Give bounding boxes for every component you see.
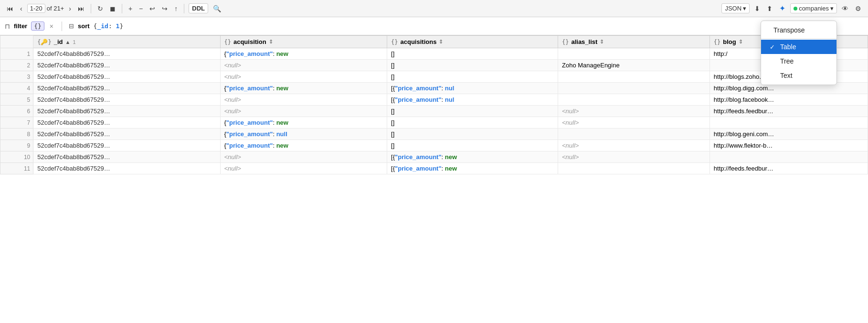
table-header: {🔑} _id ▲ 1 {} acquisition ⇕ {} <box>0 36 868 48</box>
col-header-alias-list[interactable]: {} alias_list ⇕ <box>558 36 709 48</box>
table-wrapper: {🔑} _id ▲ 1 {} acquisition ⇕ {} <box>0 35 868 323</box>
redo-button[interactable]: ↪ <box>160 4 169 13</box>
blog-cell <box>709 151 868 163</box>
alias-list-cell: <null> <box>558 106 709 117</box>
acquisitions-cell: [] <box>387 140 558 151</box>
search-button[interactable]: 🔍 <box>211 4 223 13</box>
prev-page-button[interactable]: ‹ <box>18 4 24 13</box>
alias-list-cell <box>558 71 709 83</box>
table-menu-item[interactable]: ✓ Table <box>761 40 836 54</box>
acquisition-cell: {"price_amount": new <box>220 140 387 151</box>
alias-list-cell <box>558 48 709 60</box>
table-row[interactable]: 352cdef7c4bab8bd67529…<null>[]http://blo… <box>0 71 868 83</box>
export-button[interactable]: ⬇ <box>752 4 762 13</box>
id-col-name: _id <box>54 38 63 45</box>
acquisition-type-icon: {} <box>224 39 231 45</box>
transpose-label: Transpose <box>773 26 805 34</box>
row-num-cell: 6 <box>0 106 33 117</box>
toolbar-right: JSON ▾ ⬇ ⬆ ✦ companies ▾ Transpose ✓ Tab… <box>721 3 863 14</box>
import-button[interactable]: ⬆ <box>765 4 774 13</box>
ddl-button[interactable]: DDL <box>189 3 208 13</box>
id-cell: 52cdef7c4bab8bd67529… <box>33 106 220 117</box>
filter-clear-button[interactable]: × <box>48 22 55 30</box>
table-row[interactable]: 252cdef7c4bab8bd67529…<null>[]Zoho Manag… <box>0 60 868 71</box>
separator-1 <box>91 4 91 13</box>
row-num-cell: 3 <box>0 71 33 83</box>
companies-chevron-icon: ▾ <box>830 5 834 12</box>
acquisitions-type-icon: {} <box>391 39 398 45</box>
refresh-button[interactable]: ↻ <box>95 4 105 13</box>
undo-button[interactable]: ↩ <box>148 4 157 13</box>
col-header-id[interactable]: {🔑} _id ▲ 1 <box>33 36 220 48</box>
filter-icon: ⊓ <box>5 22 10 30</box>
alias-list-sort-arrow: ⇕ <box>600 39 604 45</box>
alias-list-cell <box>558 129 709 140</box>
blog-cell: http://feeds.feedbur… <box>709 106 868 117</box>
acquisitions-cell: [{"price_amount": nul <box>387 83 558 94</box>
acquisitions-cell: [] <box>387 129 558 140</box>
id-cell: 52cdef7c4bab8bd67529… <box>33 71 220 83</box>
table-row[interactable]: 1152cdef7c4bab8bd67529…<null>[{"price_am… <box>0 163 868 174</box>
row-num-cell: 8 <box>0 129 33 140</box>
acquisition-cell: {"price_amount": new <box>220 117 387 129</box>
table-row[interactable]: 652cdef7c4bab8bd67529…<null>[]<null>http… <box>0 106 868 117</box>
alias-list-cell: <null> <box>558 151 709 163</box>
table-row[interactable]: 952cdef7c4bab8bd67529…{"price_amount": n… <box>0 140 868 151</box>
acquisition-sort-arrow: ⇕ <box>269 39 273 45</box>
first-page-button[interactable]: ⏮ <box>5 4 15 13</box>
id-cell: 52cdef7c4bab8bd67529… <box>33 140 220 151</box>
remove-button[interactable]: − <box>137 4 145 13</box>
settings-button[interactable]: ⚙ <box>853 4 863 13</box>
view-button[interactable]: 👁 <box>840 4 850 13</box>
col-header-acquisitions[interactable]: {} acquisitions ⇕ <box>387 36 558 48</box>
table-row[interactable]: 1052cdef7c4bab8bd67529…<null>[{"price_am… <box>0 151 868 163</box>
filter-code[interactable]: {} <box>31 22 44 31</box>
acquisition-cell: <null> <box>220 94 387 106</box>
alias-list-col-name: alias_list <box>571 38 597 45</box>
acquisitions-cell: [] <box>387 48 558 60</box>
table-row[interactable]: 452cdef7c4bab8bd67529…{"price_amount": n… <box>0 83 868 94</box>
alias-list-cell <box>558 83 709 94</box>
id-cell: 52cdef7c4bab8bd67529… <box>33 117 220 129</box>
json-chevron-icon: ▾ <box>743 5 746 12</box>
row-num-cell: 4 <box>0 83 33 94</box>
add-button[interactable]: + <box>127 4 134 13</box>
transpose-menu-item[interactable]: Transpose <box>761 23 836 37</box>
table-row[interactable]: 552cdef7c4bab8bd67529…<null>[{"price_amo… <box>0 94 868 106</box>
table-row[interactable]: 852cdef7c4bab8bd67529…{"price_amount": n… <box>0 129 868 140</box>
row-num-cell: 7 <box>0 117 33 129</box>
row-num-cell: 11 <box>0 163 33 174</box>
up-button[interactable]: ↑ <box>172 4 180 13</box>
stop-button[interactable]: ◼ <box>108 4 117 13</box>
tree-menu-item[interactable]: Tree <box>761 54 836 68</box>
acquisitions-cell: [{"price_amount": nul <box>387 94 558 106</box>
acquisition-cell: {"price_amount": null <box>220 129 387 140</box>
pin-button[interactable]: ✦ <box>777 3 787 14</box>
acquisition-cell: <null> <box>220 163 387 174</box>
json-dropdown[interactable]: JSON ▾ <box>721 3 750 13</box>
last-page-button[interactable]: ⏭ <box>76 4 86 13</box>
row-num-cell: 1 <box>0 48 33 60</box>
id-cell: 52cdef7c4bab8bd67529… <box>33 163 220 174</box>
toolbar: ⏮ ‹ 1-20 of 21+ › ⏭ ↻ ◼ + − ↩ ↪ ↑ DDL 🔍 … <box>0 0 868 17</box>
companies-dropdown[interactable]: companies ▾ <box>790 3 837 13</box>
acquisitions-cell: [{"price_amount": new <box>387 163 558 174</box>
acquisition-cell: <null> <box>220 151 387 163</box>
filter-divider <box>62 22 62 31</box>
json-label: JSON <box>725 5 741 12</box>
blog-cell <box>709 117 868 129</box>
connection-status-dot <box>794 7 797 11</box>
text-menu-item[interactable]: Text <box>761 68 836 83</box>
sort-icon: ⊟ <box>69 22 74 30</box>
table-row[interactable]: 152cdef7c4bab8bd67529…{"price_amount": n… <box>0 48 868 60</box>
blog-cell: http://feeds.feedbur… <box>709 163 868 174</box>
col-header-acquisition[interactable]: {} acquisition ⇕ <box>220 36 387 48</box>
page-range: 1-20 of 21+ <box>27 4 64 13</box>
blog-col-name: blog <box>723 38 736 45</box>
tree-label: Tree <box>780 57 794 65</box>
alias-list-cell: <null> <box>558 140 709 151</box>
table-row[interactable]: 752cdef7c4bab8bd67529…{"price_amount": n… <box>0 117 868 129</box>
text-label: Text <box>780 72 793 79</box>
next-page-button[interactable]: › <box>67 4 73 13</box>
acquisitions-cell: [] <box>387 117 558 129</box>
